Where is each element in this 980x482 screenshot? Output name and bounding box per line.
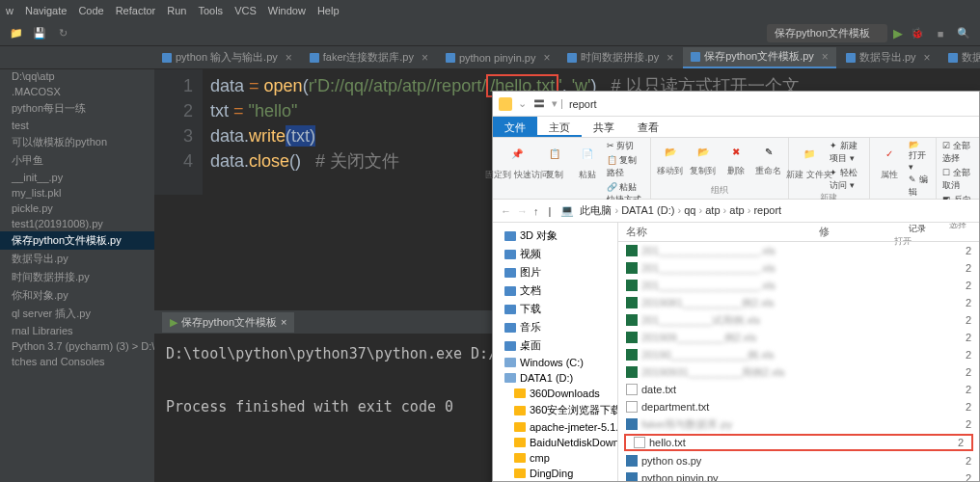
menu-Tools[interactable]: Tools xyxy=(198,5,223,16)
folder-icon[interactable]: 📁 xyxy=(8,25,25,42)
tree-item[interactable]: 360安全浏览器下载 xyxy=(497,401,613,419)
tree-item[interactable]: BaiduNetdiskDownlo xyxy=(497,435,613,450)
sync-icon[interactable]: ↻ xyxy=(54,25,71,42)
rename-button[interactable]: ✎重命名 xyxy=(755,140,782,177)
ribbon-tab-0[interactable]: 文件 xyxy=(493,117,537,137)
menu-VCS[interactable]: VCS xyxy=(234,5,257,16)
project-file[interactable]: 可以做模板的python xyxy=(0,133,154,151)
up-icon[interactable]: ↑ xyxy=(533,205,539,217)
menu-Navigate[interactable]: Navigate xyxy=(25,5,67,16)
file-row[interactable]: 201_________试用例.xls2 xyxy=(618,311,979,329)
editor-tab[interactable]: 数据分裂.py× xyxy=(940,47,980,68)
ribbon-tab-3[interactable]: 查看 xyxy=(626,117,670,137)
file-row[interactable]: department.txt2 xyxy=(618,398,979,415)
project-file[interactable]: 数据导出.py xyxy=(0,250,154,268)
project-file[interactable]: .MACOSX xyxy=(0,84,154,99)
file-row[interactable]: python pinyin.py2 xyxy=(618,469,979,481)
tree-item[interactable]: 桌面 xyxy=(497,336,613,355)
close-icon[interactable]: × xyxy=(286,51,292,65)
file-row[interactable]: python os.py2 xyxy=(618,452,979,469)
close-icon[interactable]: × xyxy=(281,316,286,328)
easyaccess-button[interactable]: ✦ 轻松访问 ▾ xyxy=(830,167,863,192)
file-row[interactable]: 201_________________.xls2 xyxy=(618,259,979,277)
project-file[interactable]: 你和对象.py xyxy=(0,286,154,305)
copypath-button[interactable]: 📋 复制路径 xyxy=(607,154,644,179)
editor-tab[interactable]: python pinyin.py× xyxy=(438,47,558,68)
breadcrumb-seg[interactable]: report xyxy=(753,204,781,216)
file-row[interactable]: 2019081__________例2.xls2 xyxy=(618,294,979,311)
project-file[interactable]: ql server 插入.py xyxy=(0,305,154,323)
breadcrumb-seg[interactable]: DATA1 (D:) xyxy=(621,204,674,216)
project-file[interactable]: python每日一练 xyxy=(0,99,154,118)
file-row[interactable]: 201909________例2.xls2 xyxy=(618,329,979,346)
file-row[interactable]: 20190931_________用例2.xls2 xyxy=(618,363,979,381)
editor-tab[interactable]: 数据导出.py× xyxy=(838,47,939,68)
breadcrumb-seg[interactable]: atp xyxy=(705,204,720,216)
paste-button[interactable]: 📄粘贴 xyxy=(574,140,601,206)
tree-item[interactable]: apache-jmeter-5.1.1 xyxy=(497,419,613,435)
project-file[interactable]: test xyxy=(0,118,154,133)
search-icon[interactable]: 🔍 xyxy=(955,25,972,42)
close-icon[interactable]: × xyxy=(924,51,931,65)
newfolder-button[interactable]: 📁新建 文件夹 xyxy=(795,140,825,192)
ribbon-tab-1[interactable]: 主页 xyxy=(537,117,582,137)
editor-tab[interactable]: python 输入与输出.py× xyxy=(154,47,300,68)
project-file[interactable]: __init__.py xyxy=(0,170,154,185)
tree-item[interactable]: 文档 xyxy=(497,281,613,300)
file-list[interactable]: 名称 修 201_________________.xls2201_______… xyxy=(618,223,979,481)
project-file[interactable]: tches and Consoles xyxy=(0,354,154,369)
close-icon[interactable]: × xyxy=(667,51,673,65)
tree-item[interactable]: cmp xyxy=(497,450,613,466)
cut-button[interactable]: ✂ 剪切 xyxy=(607,140,644,152)
editor-tab[interactable]: faker连接数据库.py× xyxy=(302,47,436,68)
file-row[interactable]: 20190_____________例.xls2 xyxy=(618,346,979,363)
file-row[interactable]: 201_________________.xls2 xyxy=(618,277,979,294)
tree-item[interactable]: 音乐 xyxy=(497,318,613,336)
project-file[interactable]: 小甲鱼 xyxy=(0,151,154,170)
project-file[interactable]: pickle.py xyxy=(0,201,154,216)
menu-Refactor[interactable]: Refactor xyxy=(116,5,156,16)
project-file[interactable]: 时间数据拼接.py xyxy=(0,268,154,286)
tree-item[interactable]: DATA1 (D:) xyxy=(497,370,613,386)
tree-item[interactable]: Windows (C:) xyxy=(497,355,613,370)
close-icon[interactable]: × xyxy=(543,51,550,65)
run-config-dropdown[interactable]: 保存python文件模板 xyxy=(767,24,887,42)
moveto-button[interactable]: 📂移动到 xyxy=(657,140,684,177)
project-file[interactable]: D:\qq\atp xyxy=(0,68,154,84)
project-file[interactable]: my_list.pkl xyxy=(0,185,154,201)
save-icon[interactable]: 💾 xyxy=(31,25,48,42)
ribbon-tab-2[interactable]: 共享 xyxy=(582,117,626,137)
menu-Code[interactable]: Code xyxy=(78,5,103,16)
tree-item[interactable]: 3D 对象 xyxy=(497,227,613,245)
newitem-button[interactable]: ✦ 新建项目 ▾ xyxy=(830,140,863,165)
menu-Window[interactable]: Window xyxy=(268,5,306,16)
breadcrumb-seg[interactable]: atp xyxy=(729,204,744,216)
tree-item[interactable]: 下载 xyxy=(497,300,613,318)
breadcrumb-seg[interactable]: qq xyxy=(684,204,695,216)
editor-tab[interactable]: 保存python文件模板.py× xyxy=(683,47,836,68)
list-header[interactable]: 名称 修 xyxy=(618,223,979,242)
menu-Run[interactable]: Run xyxy=(167,5,186,16)
tree-item[interactable]: 图片 xyxy=(497,263,613,281)
menu-w[interactable]: w xyxy=(6,5,14,16)
breadcrumb-bar[interactable]: ← → ↑ | 💻 此电脑 › DATA1 (D:) › qq › atp › … xyxy=(493,200,979,223)
menu-Help[interactable]: Help xyxy=(317,5,340,16)
project-file[interactable]: rnal Libraries xyxy=(0,323,154,338)
project-file[interactable]: Python 3.7 (pycharm) (3) > D:\tool\pyth xyxy=(0,338,154,354)
stop-icon[interactable]: ■ xyxy=(932,25,949,42)
tree-item[interactable]: 360Downloads xyxy=(497,386,613,401)
console-tab-run[interactable]: ▶ 保存python文件模板 × xyxy=(162,312,294,333)
file-row[interactable]: 201_________________.xls2 xyxy=(618,242,979,259)
file-row[interactable]: hello.txt2 xyxy=(624,434,973,451)
pin-button[interactable]: 📌固定到 快速访问 xyxy=(499,140,535,206)
edit-button[interactable]: ✎ 编辑 xyxy=(909,174,930,199)
project-file[interactable]: test1(20191008).py xyxy=(0,216,154,231)
copyto-button[interactable]: 📂复制到 xyxy=(690,140,717,177)
close-icon[interactable]: × xyxy=(422,51,428,65)
selectnone-button[interactable]: ☐ 全部取消 xyxy=(942,167,973,192)
file-explorer-window[interactable]: ⌄ 〓 ▾ | report 文件主页共享查看 📌固定到 快速访问 📋复制 📄粘… xyxy=(492,91,980,482)
tree-item[interactable]: 视频 xyxy=(497,245,613,263)
nav-tree[interactable]: 3D 对象视频图片文档下载音乐桌面Windows (C:)DATA1 (D:)3… xyxy=(493,223,618,481)
project-file[interactable]: 保存python文件模板.py xyxy=(0,231,154,250)
delete-button[interactable]: ✖删除 xyxy=(722,140,749,177)
